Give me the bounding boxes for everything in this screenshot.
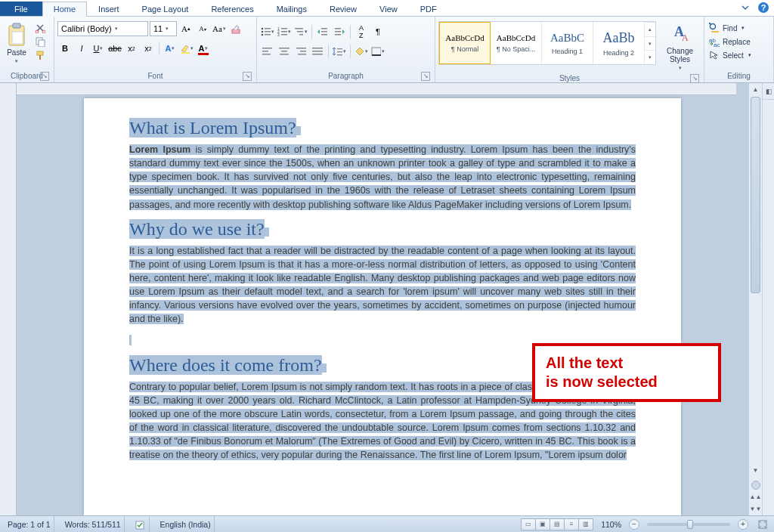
- view-full-screen-icon[interactable]: ▣: [535, 518, 550, 530]
- increase-indent-icon[interactable]: [332, 24, 347, 39]
- shading-icon[interactable]: [354, 44, 369, 59]
- multilevel-list-icon[interactable]: [293, 24, 308, 39]
- text-effects-icon[interactable]: A: [163, 41, 178, 56]
- line-spacing-icon[interactable]: [332, 44, 347, 59]
- tab-references[interactable]: References: [200, 2, 265, 16]
- paste-label: Paste: [7, 48, 26, 57]
- highlight-icon[interactable]: [179, 41, 194, 56]
- view-print-layout-icon[interactable]: ▭: [521, 518, 536, 530]
- clipboard-dialog-launcher[interactable]: ↘: [40, 72, 49, 81]
- change-styles-button[interactable]: AA Change Styles ▾: [659, 21, 701, 73]
- paste-button[interactable]: Paste ▾: [3, 21, 30, 66]
- scroll-down-arrow[interactable]: ▼: [749, 464, 762, 476]
- style-normal[interactable]: AaBbCcDd¶ Normal: [439, 22, 491, 64]
- page[interactable]: What is Lorem Ipsum? Lorem Ipsum is simp…: [84, 98, 681, 515]
- align-center-icon[interactable]: [277, 44, 292, 59]
- zoom-fit-icon[interactable]: [756, 518, 769, 531]
- svg-rect-36: [262, 51, 268, 52]
- subscript-icon[interactable]: x2: [124, 41, 139, 56]
- select-button[interactable]: Select▾: [707, 48, 753, 62]
- prev-page-icon[interactable]: ▲▲: [749, 491, 762, 502]
- heading-1[interactable]: What is Lorem Ipsum?: [129, 118, 296, 138]
- font-size-combo[interactable]: 11▾: [150, 21, 177, 36]
- horizontal-ruler[interactable]: [17, 83, 736, 95]
- vertical-ruler[interactable]: [0, 83, 17, 515]
- minimize-ribbon-icon[interactable]: [739, 2, 751, 14]
- svg-text:?: ?: [761, 3, 766, 12]
- tab-insert[interactable]: Insert: [87, 2, 131, 16]
- scroll-thumb[interactable]: [751, 97, 760, 293]
- superscript-icon[interactable]: x2: [141, 41, 156, 56]
- view-outline-icon[interactable]: ≡: [564, 518, 579, 530]
- vertical-scrollbar[interactable]: ▲ ▼ ▲▲ ▼▼: [748, 83, 762, 515]
- style-heading2[interactable]: AaBbHeading 2: [593, 22, 645, 64]
- help-icon[interactable]: ?: [757, 2, 769, 14]
- side-panel-toggle[interactable]: ◧: [763, 83, 774, 100]
- bold-icon[interactable]: B: [57, 41, 73, 56]
- strikethrough-icon[interactable]: abc: [107, 41, 122, 56]
- zoom-in-button[interactable]: +: [738, 519, 748, 530]
- svg-rect-44: [312, 48, 323, 49]
- find-button[interactable]: Find▾: [707, 21, 746, 35]
- browse-object-icon[interactable]: [751, 481, 760, 490]
- italic-icon[interactable]: I: [74, 41, 89, 56]
- underline-icon[interactable]: U: [91, 41, 106, 56]
- styles-more[interactable]: ▴▾▾: [645, 22, 655, 64]
- borders-icon[interactable]: [370, 44, 385, 59]
- show-hide-icon[interactable]: ¶: [370, 24, 385, 39]
- tab-view[interactable]: View: [368, 2, 409, 16]
- align-right-icon[interactable]: [293, 44, 308, 59]
- change-case-icon[interactable]: Aa: [212, 21, 227, 36]
- clipboard-group-label: Clipboard↘: [3, 70, 51, 82]
- tab-page-layout[interactable]: Page Layout: [131, 2, 200, 16]
- tab-review[interactable]: Review: [318, 2, 368, 16]
- tab-home[interactable]: Home: [42, 2, 87, 17]
- font-name-combo[interactable]: Calibri (Body)▾: [57, 21, 148, 36]
- zoom-slider-knob[interactable]: [687, 520, 693, 529]
- tab-mailings[interactable]: Mailings: [265, 2, 318, 16]
- decrease-indent-icon[interactable]: [315, 24, 330, 39]
- align-left-icon[interactable]: [260, 44, 275, 59]
- style-heading1[interactable]: AaBbCHeading 1: [542, 22, 593, 64]
- svg-rect-55: [711, 31, 719, 32]
- shrink-font-icon[interactable]: A▾: [195, 21, 210, 36]
- style-no-spacing[interactable]: AaBbCcDd¶ No Spaci...: [491, 22, 542, 64]
- font-color-icon[interactable]: A: [196, 41, 211, 56]
- zoom-slider[interactable]: [647, 523, 730, 526]
- styles-gallery[interactable]: AaBbCcDd¶ Normal AaBbCcDd¶ No Spaci... A…: [438, 21, 656, 65]
- grow-font-icon[interactable]: A▴: [178, 21, 194, 36]
- bullets-icon[interactable]: [260, 24, 275, 39]
- copy-icon[interactable]: [33, 35, 47, 48]
- svg-rect-37: [262, 54, 271, 55]
- numbering-icon[interactable]: 123: [277, 24, 292, 39]
- replace-button[interactable]: abacReplace: [707, 35, 752, 48]
- format-painter-icon[interactable]: [33, 48, 47, 62]
- sort-icon[interactable]: AZ: [354, 24, 369, 39]
- svg-rect-47: [337, 48, 342, 49]
- justify-icon[interactable]: [310, 44, 325, 59]
- status-language[interactable]: English (India): [157, 516, 215, 532]
- zoom-out-button[interactable]: −: [629, 519, 639, 530]
- clear-formatting-icon[interactable]: [228, 21, 243, 36]
- font-dialog-launcher[interactable]: ↘: [243, 72, 252, 81]
- styles-dialog-launcher[interactable]: ↘: [690, 74, 699, 83]
- document-area[interactable]: What is Lorem Ipsum? Lorem Ipsum is simp…: [17, 83, 748, 515]
- view-draft-icon[interactable]: ▥: [578, 518, 593, 530]
- scroll-up-arrow[interactable]: ▲: [749, 83, 762, 95]
- status-page[interactable]: Page: 1 of 1: [5, 516, 54, 532]
- paragraph-2[interactable]: It is a long established fact that a rea…: [129, 244, 636, 326]
- status-words[interactable]: Words: 511/511: [62, 516, 125, 532]
- next-page-icon[interactable]: ▼▼: [749, 503, 762, 514]
- status-proofing[interactable]: [132, 516, 150, 532]
- svg-rect-38: [279, 48, 289, 49]
- paragraph-dialog-launcher[interactable]: ↘: [421, 72, 430, 81]
- heading-2[interactable]: Why do we use it?: [129, 219, 265, 239]
- cut-icon[interactable]: [33, 21, 47, 35]
- svg-point-6: [42, 30, 45, 33]
- paragraph-1[interactable]: Lorem Ipsum is simply dummy text of the …: [129, 143, 636, 212]
- tab-file[interactable]: File: [0, 2, 42, 16]
- tab-pdf[interactable]: PDF: [409, 2, 448, 16]
- heading-3[interactable]: Where does it come from?: [129, 355, 322, 375]
- view-web-layout-icon[interactable]: ▤: [550, 518, 565, 530]
- zoom-level[interactable]: 110%: [601, 520, 621, 529]
